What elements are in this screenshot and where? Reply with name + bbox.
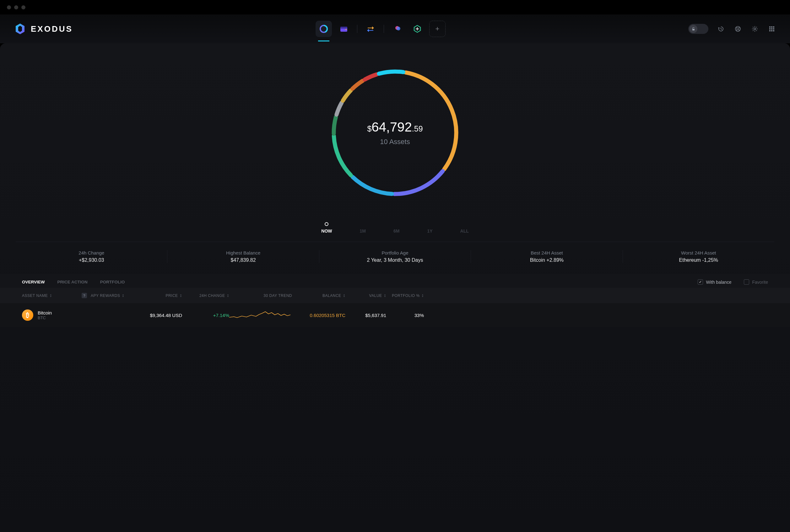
donut-icon — [319, 24, 328, 34]
col-balance[interactable]: BALANCE ▲▼ — [292, 293, 345, 298]
nav-portfolio[interactable] — [316, 21, 332, 37]
wallet-icon — [339, 24, 349, 34]
table-header: ASSET NAME ▲▼ ? APY REWARDS ▲▼ PRICE ▲▼ … — [0, 288, 790, 303]
range-6m[interactable]: 6M — [393, 222, 399, 233]
nav-add-button[interactable]: + — [429, 21, 446, 37]
history-button[interactable] — [716, 24, 725, 33]
range-dot-icon — [463, 222, 466, 226]
range-label: 1M — [359, 228, 365, 233]
stat-value: 2 Year, 3 Month, 30 Days — [367, 258, 423, 263]
range-label: 6M — [393, 228, 399, 233]
svg-rect-12 — [769, 26, 771, 27]
range-1m[interactable]: 1M — [359, 222, 365, 233]
bitcoin-icon: ₿ — [22, 309, 33, 321]
col-asset-name[interactable]: ASSET NAME ▲▼ — [22, 293, 82, 298]
checkbox-icon — [698, 279, 703, 285]
window-controls[interactable] — [7, 5, 25, 10]
col-portfolio-pct[interactable]: PORTFOLIO % ▲▼ — [386, 293, 424, 298]
stat-label: Highest Balance — [226, 250, 260, 255]
range-dot-icon — [428, 222, 432, 226]
nav-wallet[interactable] — [336, 21, 352, 37]
svg-point-10 — [737, 28, 739, 30]
range-label: 1Y — [427, 228, 432, 233]
apps-grid-button[interactable] — [767, 24, 776, 33]
stat-label: Portfolio Age — [381, 250, 408, 255]
nav-exchange[interactable] — [362, 21, 379, 37]
hex-plus-icon — [413, 24, 422, 34]
table-tab-bar: OVERVIEW PRICE ACTION PORTFOLIO With bal… — [0, 274, 790, 288]
svg-rect-8 — [692, 29, 695, 31]
stat-label: Worst 24H Asset — [681, 250, 716, 255]
col-value[interactable]: VALUE ▲▼ — [345, 293, 386, 298]
asset-cell: ₿ Bitcoin BTC — [22, 309, 82, 321]
lock-toggle[interactable] — [688, 24, 708, 34]
filter-favorite[interactable]: Favorite — [744, 279, 768, 285]
change-cell: +7.14% — [182, 312, 229, 318]
range-all[interactable]: ALL — [460, 222, 469, 233]
range-label: ALL — [460, 228, 469, 233]
col-price[interactable]: PRICE ▲▼ — [132, 293, 182, 298]
svg-rect-14 — [773, 26, 774, 27]
main-nav: + — [73, 21, 688, 37]
svg-point-4 — [345, 29, 347, 30]
nav-apps[interactable] — [409, 21, 426, 37]
profile-icon — [393, 24, 402, 34]
sort-icon: ▲▼ — [122, 294, 124, 298]
main-content: $64,792.59 10 Assets NOW1M6M1YALL 24h Ch… — [0, 43, 790, 532]
window-minimize-icon[interactable] — [14, 5, 18, 10]
col-change[interactable]: 24H CHANGE ▲▼ — [182, 293, 229, 298]
unlock-icon — [691, 27, 695, 31]
nav-separator — [357, 25, 357, 33]
value-cell: $5,637.91 — [345, 312, 386, 318]
settings-button[interactable] — [750, 24, 759, 33]
tab-price-action[interactable]: PRICE ACTION — [57, 280, 88, 284]
svg-point-6 — [397, 27, 400, 31]
checkbox-icon — [744, 279, 749, 285]
range-1y[interactable]: 1Y — [427, 222, 432, 233]
grid-icon — [769, 26, 775, 32]
svg-rect-3 — [340, 27, 347, 28]
price-cell: $9,364.48 USD — [132, 312, 182, 318]
tab-overview[interactable]: OVERVIEW — [22, 280, 45, 284]
total-balance: $64,792.59 — [367, 119, 422, 135]
table-row[interactable]: ₿ Bitcoin BTC $9,364.48 USD +7.14% 0.602… — [0, 303, 790, 327]
app-logo: EXODUS — [14, 23, 73, 35]
filter-with-balance[interactable]: With balance — [698, 279, 731, 285]
portfolio-center: $64,792.59 10 Assets — [331, 69, 459, 197]
range-now[interactable]: NOW — [321, 222, 332, 233]
stat-label: Best 24H Asset — [531, 250, 563, 255]
sort-icon: ▲▼ — [180, 294, 182, 298]
col-trend: 30 DAY TREND — [229, 293, 292, 298]
sparkline-icon — [229, 310, 292, 320]
nav-separator — [384, 25, 384, 33]
svg-rect-20 — [773, 30, 774, 32]
svg-rect-16 — [771, 28, 772, 30]
nav-nft[interactable] — [389, 21, 406, 37]
svg-point-11 — [754, 28, 756, 30]
exodus-logo-icon — [14, 23, 26, 35]
range-label: NOW — [321, 228, 332, 233]
support-button[interactable] — [733, 24, 742, 33]
app-logo-text: EXODUS — [31, 24, 73, 34]
window-maximize-icon[interactable] — [21, 5, 25, 10]
sort-icon: ▲▼ — [384, 294, 386, 298]
range-dot-icon — [325, 222, 328, 226]
help-icon[interactable]: ? — [82, 293, 87, 298]
tab-portfolio[interactable]: PORTFOLIO — [100, 280, 125, 284]
portfolio-stats: 24h Change+$2,930.03Highest Balance$47,8… — [16, 242, 774, 274]
stat-value: Ethereum -1,25% — [679, 258, 718, 263]
window-titlebar — [0, 0, 790, 15]
assets-count: 10 Assets — [380, 138, 410, 146]
stat-value: Bitcoin +2.89% — [530, 258, 564, 263]
svg-rect-17 — [773, 28, 774, 30]
window-close-icon[interactable] — [7, 5, 11, 10]
stat-value: $47,839.82 — [231, 258, 256, 263]
stat-value: +$2,930.03 — [79, 258, 104, 263]
asset-symbol: BTC — [38, 316, 52, 320]
sort-icon: ▲▼ — [50, 294, 52, 298]
header-actions — [688, 24, 776, 34]
gear-icon — [751, 25, 758, 32]
trend-cell — [229, 310, 292, 320]
col-apy[interactable]: ? APY REWARDS ▲▼ — [82, 293, 132, 298]
stat-cell: Portfolio Age2 Year, 3 Month, 30 Days — [319, 250, 471, 263]
